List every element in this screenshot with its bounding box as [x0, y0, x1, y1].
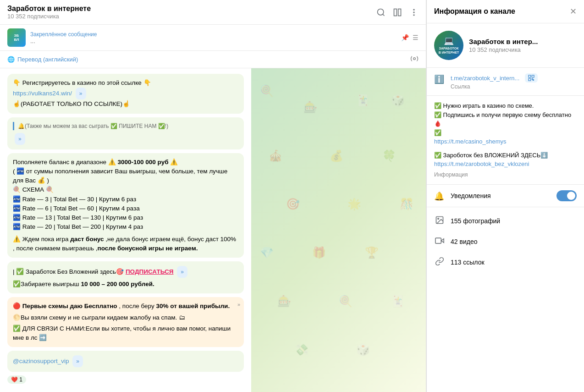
channel-link[interactable]: t.me/zarobotok_v_intern... [451, 75, 519, 82]
pattern-item: 💰 [330, 149, 343, 162]
more-icon[interactable] [409, 8, 419, 17]
pinned-thumb: ЗБВЛ [7, 28, 26, 47]
quote-btn: » [15, 133, 25, 145]
messages-area: 👇 Регистрируетесь в казино по этой ссылк… [0, 68, 426, 392]
svg-marker-12 [441, 238, 444, 242]
message-bubble-tag: @cazinosupport_vip » [7, 351, 244, 372]
list-icon: ☰ [413, 34, 419, 41]
channel-name: Заработок в интер... [469, 38, 538, 45]
stat-row-videos[interactable]: 42 видео [427, 232, 584, 252]
quote-bar: 🔔(Также мы можем за вас сыграть ✅ ПИШИТЕ… [13, 122, 238, 130]
video-icon [434, 236, 445, 248]
info-header: Информация о канале ✕ [427, 0, 584, 23]
info-row-link: ℹ️ t.me/zarobotok_v_intern... Ссылка [434, 73, 577, 90]
close-button[interactable]: ✕ [570, 6, 577, 17]
chat-title: Заработок в интернете [7, 5, 91, 13]
message-bubble: 👇 Регистрируетесь в казино по этой ссылк… [7, 74, 244, 114]
pattern-item: 🎰 [303, 101, 317, 114]
notif-label: Уведомления [451, 192, 491, 199]
channel-avatar: 💻 ЗАРАБОТОКВ ИНТЕРНЕТ [434, 31, 463, 60]
quote-mark2: » [177, 266, 187, 278]
pattern-item: 🍭 [339, 295, 353, 308]
reaction-heart[interactable]: ❤️ 1 [7, 375, 26, 384]
svg-rect-8 [532, 75, 534, 77]
link-label: Ссылка [451, 83, 577, 90]
pinned-message[interactable]: ЗБВЛ Закреплённое сообщение ... 📌 ☰ [0, 25, 426, 51]
info-desc-section: ✅ Нужно играть в казино по схеме. ✅ Подп… [427, 96, 584, 185]
pattern-item: 🎲 [356, 343, 370, 356]
svg-rect-7 [529, 75, 531, 77]
svg-point-6 [413, 58, 416, 60]
info-desc2-text: ✅ Зароботок без ВЛОЖЕНИЙ ЗДЕСЬ⬇️ https:/… [434, 151, 577, 179]
stat-row-photos[interactable]: 155 фотографий [427, 211, 584, 232]
msg-text-schema: Пополняете баланс в диапазоне ⚠️ 3000-10… [13, 158, 238, 254]
info-panel: Информация о канале ✕ 💻 ЗАРАБОТОКВ ИНТЕР… [426, 0, 584, 392]
svg-point-5 [413, 14, 414, 16]
pattern-item: 🃏 [391, 295, 405, 308]
quote-btn2: » [237, 301, 240, 309]
links-text: 113 ссылок [451, 259, 485, 266]
message-bubble-contact: 🔴 Первые схемы даю Бесплатно , после бер… [7, 297, 244, 347]
msg-text: 👇 Регистрируетесь в казино по этой ссылк… [13, 78, 238, 109]
chat-header: Заработок в интернете 10 352 подписчика [0, 0, 426, 25]
pin-icon: 📌 [401, 34, 409, 41]
subscribe-link[interactable]: ПОДПИСАТЬСЯ [126, 268, 174, 275]
zarobotok-link[interactable]: https://t.me/zarobotok_bez_vklozeni [434, 160, 529, 167]
translation-bar: 🌐 Перевод (английский) [0, 51, 426, 68]
svg-point-3 [413, 9, 414, 10]
pattern-item: 💎 [260, 246, 274, 259]
stats-section: 155 фотографий 42 видео 113 ссылок [427, 207, 584, 276]
casino-link[interactable]: https://vulkans24.win/ [13, 90, 72, 97]
message-bubble-subscribe: | ✅ Заработок Без Вложений здесь🎯 ПОДПИС… [7, 261, 244, 293]
info-desc-text: ✅ Нужно играть в казино по схеме. ✅ Подп… [434, 101, 577, 146]
pattern-item: 🍭 [260, 84, 274, 97]
bell-icon: 🔔 [434, 191, 445, 201]
quote-text: 🔔(Также мы можем за вас сыграть ✅ ПИШИТЕ… [18, 123, 168, 129]
svg-point-11 [438, 218, 439, 219]
info-link-content: t.me/zarobotok_v_intern... Ссылка [451, 73, 577, 90]
photos-icon [434, 215, 445, 227]
pattern-bg: 🍭 🎰 🃏 🎲 🎪 💰 🍀 🎯 🌟 🎊 💎 🎁 🏆 🎰 🍭 🃏 💸 🎲 [251, 68, 426, 392]
pinned-text: ... [30, 38, 401, 44]
avatar-text: 💻 ЗАРАБОТОКВ ИНТЕРНЕТ [439, 36, 459, 55]
quote-mark3: » [72, 355, 83, 367]
translate-icon: 🌐 [7, 56, 15, 63]
username-tag[interactable]: @cazinosupport_vip [13, 358, 69, 364]
stat-row-links[interactable]: 113 ссылок [427, 252, 584, 273]
svg-rect-1 [394, 9, 397, 16]
casino-shemys-link[interactable]: https://t.me/casino_shemys [434, 138, 507, 145]
pattern-item: 🎪 [269, 149, 282, 162]
pattern-item: 🎁 [312, 246, 326, 259]
message-bubble-schema: Пополняете баланс в диапазоне ⚠️ 3000-10… [7, 153, 244, 258]
pattern-item: 🎰 [277, 295, 291, 308]
msg-text-contact: 🔴 Первые схемы даю Бесплатно , после бер… [13, 302, 238, 342]
pattern-item: 🎊 [400, 198, 413, 210]
pinned-label: Закреплённое сообщение [30, 31, 401, 38]
messages-column: 👇 Регистрируетесь в казино по этой ссылк… [0, 68, 251, 392]
translation-settings-icon[interactable] [410, 55, 419, 64]
notif-left: 🔔 Уведомления [434, 190, 491, 201]
translation-text: Перевод (английский) [17, 56, 78, 63]
pattern-item: 🎲 [391, 94, 405, 107]
columns-icon[interactable] [393, 8, 402, 17]
message-bubble: 🔔(Также мы можем за вас сыграть ✅ ПИШИТЕ… [7, 117, 244, 149]
pattern-item: 🌟 [347, 198, 361, 210]
search-icon[interactable] [376, 8, 386, 17]
videos-text: 42 видео [451, 238, 477, 245]
channel-subs: 10 352 подписчика [469, 46, 538, 53]
pattern-item: 🏆 [365, 246, 379, 259]
link-icon [434, 257, 445, 268]
quote-mark: » [76, 88, 86, 99]
info-panel-title: Информация о канале [434, 7, 515, 16]
info-icon: ℹ️ [434, 74, 445, 84]
svg-point-0 [378, 9, 384, 15]
pattern-item: 🃏 [356, 94, 370, 107]
svg-rect-2 [398, 9, 401, 16]
qr-button[interactable] [525, 73, 538, 83]
pattern-item: 🍀 [382, 149, 396, 162]
svg-point-4 [413, 11, 414, 13]
channel-profile: 💻 ЗАРАБОТОКВ ИНТЕРНЕТ Заработок в интер.… [427, 23, 584, 68]
notifications-toggle[interactable] [556, 190, 577, 201]
reactions: ❤️ 1 [7, 375, 244, 384]
notification-row: 🔔 Уведомления [427, 185, 584, 207]
